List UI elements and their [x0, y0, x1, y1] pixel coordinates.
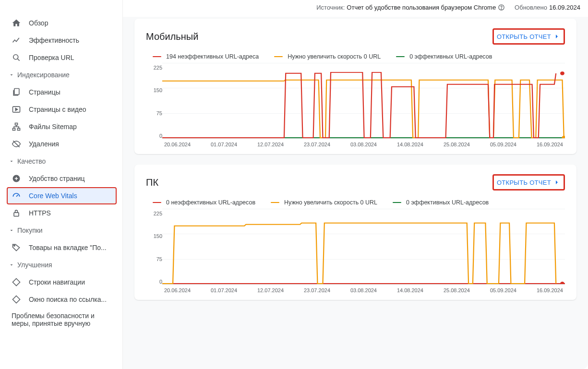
svg-point-12 [562, 136, 565, 138]
chevron-down-icon [9, 262, 14, 268]
section-label: Покупки [17, 226, 43, 234]
nav-label: Проверка URL [29, 54, 74, 61]
open-report-label: ОТКРЫТЬ ОТЧЕТ [497, 33, 551, 40]
section-label: Качество [17, 157, 46, 165]
nav-label: Страницы [29, 88, 60, 96]
section-label: Улучшения [17, 261, 52, 269]
plus-circle-icon [12, 174, 21, 183]
source-label: Источник: [316, 4, 345, 11]
svg-rect-3 [15, 123, 18, 125]
open-report-button[interactable]: ОТКРЫТЬ ОТЧЕТ [492, 174, 565, 190]
nav-page-experience[interactable]: Удобство страниц [0, 170, 117, 187]
svg-rect-1 [14, 89, 19, 95]
nav-label: Проблемы безопасности и меры, принятые в… [12, 312, 111, 327]
x-axis: 20.06.202401.07.202412.07.202423.07.2024… [162, 287, 565, 293]
tag-icon [12, 243, 21, 252]
card-title: Мобильный [146, 31, 198, 42]
chevron-right-icon [553, 33, 561, 40]
source-value: Отчет об удобстве пользования браузером … [347, 4, 496, 11]
nav-performance[interactable]: Эффективность [0, 32, 117, 49]
nav-core-web-vitals[interactable]: Core Web Vitals [7, 187, 117, 204]
svg-rect-5 [18, 128, 20, 130]
nav-label: Эффективность [29, 36, 79, 44]
svg-point-10 [501, 9, 502, 9]
nav-label: Страницы с видео [29, 106, 86, 113]
nav-pages[interactable]: Страницы [0, 83, 117, 101]
section-quality[interactable]: Качество [0, 153, 122, 170]
nav-video-pages[interactable]: Страницы с видео [0, 101, 117, 118]
nav-breadcrumbs[interactable]: Строки навигации [0, 274, 117, 291]
chart-line-icon [12, 36, 21, 45]
chart-legend: 0 неэффективных URL-адресов Нужно увелич… [153, 199, 565, 206]
pc-chart-plot [162, 209, 565, 285]
legend-good: 0 эффективных URL-адресов [396, 53, 492, 60]
svg-point-0 [13, 55, 18, 60]
open-report-button[interactable]: ОТКРЫТЬ ОТЧЕТ [492, 28, 565, 45]
nav-label: Удобство страниц [29, 175, 85, 182]
nav-url-inspection[interactable]: Проверка URL [0, 49, 117, 66]
svg-point-8 [14, 245, 15, 246]
section-shopping[interactable]: Покупки [0, 222, 122, 239]
nav-security[interactable]: Проблемы безопасности и меры, принятые в… [0, 308, 117, 331]
help-icon[interactable] [498, 4, 505, 11]
y-axis: 225 150 75 0 [146, 63, 162, 139]
legend-needs: Нужно увеличить скорость 0 URL [271, 199, 377, 206]
updated-date: 16.09.2024 [549, 4, 580, 11]
x-axis: 20.06.202401.07.202412.07.202423.07.2024… [162, 142, 565, 147]
svg-rect-7 [14, 213, 19, 216]
legend-needs: Нужно увеличить скорость 0 URL [274, 53, 381, 60]
nav-label: Обзор [29, 19, 48, 27]
mobile-card: Мобильный ОТКРЫТЬ ОТЧЕТ 194 неэффективны… [134, 19, 576, 154]
legend-poor: 194 неэффективных URL-адреса [153, 53, 259, 60]
eye-off-icon [12, 139, 21, 149]
speedometer-icon [12, 191, 21, 201]
chevron-down-icon [9, 158, 14, 164]
nav-label: Товары на вкладке "По... [29, 244, 107, 251]
legend-poor: 0 неэффективных URL-адресов [153, 199, 255, 206]
updated-label: Обновлено [515, 4, 547, 11]
open-report-label: ОТКРЫТЬ ОТЧЕТ [497, 179, 551, 186]
nav-removals[interactable]: Удаления [0, 135, 117, 153]
nav-overview[interactable]: Обзор [0, 14, 117, 32]
pc-card: ПК ОТКРЫТЬ ОТЧЕТ 0 неэффективных URL-адр… [134, 165, 576, 300]
chevron-down-icon [9, 227, 14, 233]
section-indexing[interactable]: Индексирование [0, 66, 122, 83]
mobile-chart-plot [162, 63, 565, 139]
page-header: Источник: Отчет об удобстве пользования … [123, 0, 588, 17]
video-icon [12, 105, 21, 114]
nav-label: Файлы Sitemap [29, 123, 77, 131]
nav-label: Строки навигации [29, 278, 85, 286]
legend-good: 0 эффективных URL-адресов [393, 199, 489, 206]
svg-rect-4 [13, 128, 15, 130]
diamond-icon [12, 295, 21, 304]
search-icon [12, 53, 21, 62]
sidebar: Обзор Эффективность Проверка URL Индекси… [0, 0, 123, 369]
svg-point-11 [560, 71, 564, 75]
nav-sitelinks[interactable]: Окно поиска по ссылка... [0, 291, 117, 308]
pages-icon [12, 87, 21, 97]
chevron-down-icon [9, 72, 14, 78]
main-content: Источник: Отчет об удобстве пользования … [123, 0, 588, 369]
diamond-icon [12, 277, 21, 287]
chevron-right-icon [553, 179, 561, 186]
y-axis: 225 150 75 0 [146, 209, 162, 285]
svg-point-13 [560, 282, 564, 284]
nav-https[interactable]: HTTPS [0, 204, 117, 222]
nav-label: HTTPS [29, 209, 51, 217]
nav-sitemaps[interactable]: Файлы Sitemap [0, 118, 117, 135]
nav-shopping-listings[interactable]: Товары на вкладке "По... [0, 239, 117, 256]
chart-legend: 194 неэффективных URL-адреса Нужно увели… [153, 53, 565, 60]
nav-label: Core Web Vitals [29, 192, 77, 200]
sitemap-icon [12, 122, 21, 131]
section-label: Индексирование [17, 71, 70, 79]
section-enhancements[interactable]: Улучшения [0, 256, 122, 274]
home-icon [12, 18, 21, 28]
lock-icon [12, 208, 21, 218]
nav-label: Удаления [29, 140, 59, 148]
card-title: ПК [146, 177, 158, 188]
nav-label: Окно поиска по ссылка... [29, 296, 107, 303]
